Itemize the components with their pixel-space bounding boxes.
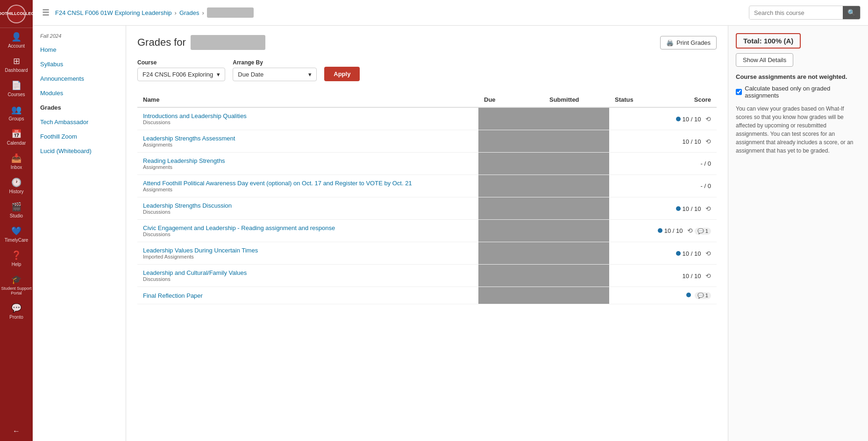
score-cell: 10 / 10 ⟲	[647, 265, 717, 287]
score-dot	[676, 251, 681, 256]
score-cell: - / 0	[647, 153, 717, 175]
resubmit-icon[interactable]: ⟲	[687, 227, 693, 234]
course-nav: Fall 2024 Home Syllabus Announcements Mo…	[33, 26, 126, 441]
resubmit-icon[interactable]: ⟲	[705, 272, 711, 280]
breadcrumb-sep2: ›	[202, 9, 204, 16]
help-icon: ❓	[11, 250, 21, 260]
sidebar-item-courses[interactable]: 📄 Courses	[0, 77, 33, 101]
resubmit-icon[interactable]: ⟲	[705, 205, 711, 212]
sidebar-item-label: Student Support Portal	[0, 286, 33, 295]
nav-item-announcements[interactable]: Announcements	[33, 71, 126, 86]
due-cell	[478, 175, 544, 197]
sidebar-item-studio[interactable]: 🎬 Studio	[0, 198, 33, 222]
due-cell	[478, 242, 544, 265]
comment-badge[interactable]: 💬 1	[695, 292, 711, 299]
sidebar-item-pronto[interactable]: 💬 Pronto	[0, 299, 33, 323]
table-row: Leadership Values During Uncertain Times…	[137, 242, 717, 265]
logo-mark: FOOTHILL COLLEGE	[7, 5, 26, 23]
breadcrumb-course[interactable]: F24 CNSL F006 01W Exploring Leadership	[55, 9, 172, 16]
grades-table: Name Due Submitted Status Score Introduc…	[137, 92, 717, 304]
search-box[interactable]: 🔍	[749, 6, 861, 20]
assignment-type: Imported Assignments	[143, 254, 473, 259]
sidebar-item-account[interactable]: 👤 Account	[0, 28, 33, 52]
col-score: Score	[647, 92, 717, 107]
assignment-name[interactable]: Final Reflection Paper	[143, 292, 473, 299]
nav-item-grades[interactable]: Grades	[33, 100, 126, 115]
show-details-button[interactable]: Show All Details	[736, 53, 793, 67]
resubmit-icon[interactable]: ⟲	[705, 138, 711, 145]
calendar-icon: 📅	[11, 129, 21, 139]
due-cell	[478, 107, 544, 130]
sidebar-item-student-support[interactable]: 🎓 Student Support Portal	[0, 271, 33, 299]
col-due: Due	[478, 92, 544, 107]
student-support-icon: 🎓	[11, 274, 21, 285]
score-value: 10 / 10	[664, 227, 683, 234]
assignment-name[interactable]: Civic Engagement and Leadership - Readin…	[143, 224, 473, 231]
search-button[interactable]: 🔍	[843, 6, 860, 19]
assignment-name[interactable]: Attend Foothill Political Awareness Day …	[143, 180, 473, 187]
sidebar-item-inbox[interactable]: 📥 Inbox	[0, 149, 33, 174]
assignment-type: Assignments	[143, 164, 473, 170]
resubmit-icon[interactable]: ⟲	[705, 115, 711, 123]
submitted-cell	[544, 197, 609, 220]
sidebar-item-help[interactable]: ❓ Help	[0, 246, 33, 271]
nav-item-lucid[interactable]: Lucid (Whiteboard)	[33, 144, 126, 158]
table-row: Attend Foothill Political Awareness Day …	[137, 175, 717, 197]
sidebar-item-timelycare[interactable]: 💙 TimelyCare	[0, 222, 33, 246]
course-select[interactable]: F24 CNSL F006 Exploring ▾	[137, 68, 225, 81]
sidebar-item-label: TimelyCare	[5, 238, 28, 243]
nav-item-home[interactable]: Home	[33, 42, 126, 57]
nav-item-syllabus[interactable]: Syllabus	[33, 57, 126, 71]
not-weighted-label: Course assignments are not weighted.	[736, 73, 861, 80]
sidebar-item-groups[interactable]: 👥 Groups	[0, 101, 33, 125]
score-cell: 10 / 10 ⟲	[647, 242, 717, 265]
apply-button[interactable]: Apply	[324, 67, 360, 81]
grades-header: Grades for 🖨️ Print Grades	[137, 35, 717, 50]
arrange-by-select[interactable]: Due Date ▾	[233, 68, 317, 81]
breadcrumb-grades[interactable]: Grades	[179, 9, 199, 16]
dashboard-icon: ⊞	[13, 56, 20, 66]
search-input[interactable]	[749, 7, 843, 19]
submitted-cell	[544, 153, 609, 175]
nav-item-tech-ambassador[interactable]: Tech Ambassador	[33, 115, 126, 129]
semester-label: Fall 2024	[33, 31, 126, 42]
nav-item-foothill-zoom[interactable]: Foothill Zoom	[33, 129, 126, 144]
main-area: ☰ F24 CNSL F006 01W Exploring Leadership…	[33, 0, 868, 441]
menu-button[interactable]: ☰	[40, 6, 51, 20]
print-button[interactable]: 🖨️ Print Grades	[660, 36, 717, 49]
assignment-name[interactable]: Reading Leadership Strengths	[143, 157, 473, 164]
sidebar-item-dashboard[interactable]: ⊞ Dashboard	[0, 52, 33, 77]
due-cell	[478, 220, 544, 242]
assignment-name[interactable]: Leadership Strengths Assessment	[143, 135, 473, 142]
course-select-value: F24 CNSL F006 Exploring	[142, 71, 213, 78]
resubmit-icon[interactable]: ⟲	[705, 250, 711, 257]
collapse-button[interactable]: ←	[0, 421, 33, 441]
sidebar-item-calendar[interactable]: 📅 Calendar	[0, 125, 33, 149]
right-panel: Total: 100% (A) Show All Details Course …	[728, 26, 868, 441]
submitted-cell	[544, 130, 609, 153]
account-icon: 👤	[11, 32, 21, 42]
col-submitted: Submitted	[544, 92, 609, 107]
pronto-icon: 💬	[11, 303, 21, 313]
sidebar-item-label: Account	[8, 43, 25, 49]
score-cell: 💬 1	[647, 287, 717, 304]
status-cell	[609, 107, 647, 130]
assignment-name[interactable]: Leadership and Cultural/Family Values	[143, 269, 473, 276]
submitted-cell	[544, 107, 609, 130]
topbar: ☰ F24 CNSL F006 01W Exploring Leadership…	[33, 0, 868, 26]
nav-item-modules[interactable]: Modules	[33, 86, 126, 100]
assignment-name[interactable]: Leadership Strengths Discussion	[143, 202, 473, 209]
sidebar-item-label: Studio	[10, 213, 23, 218]
sidebar-item-label: Courses	[7, 92, 25, 97]
comment-badge[interactable]: 💬 1	[695, 228, 711, 235]
assignment-name[interactable]: Leadership Values During Uncertain Times	[143, 247, 473, 254]
score-dot	[686, 293, 691, 297]
sidebar-item-history[interactable]: 🕐 History	[0, 174, 33, 198]
arrange-by-filter-group: Arrange By Due Date ▾	[233, 59, 317, 81]
col-name: Name	[137, 92, 478, 107]
score-value: 10 / 10	[683, 250, 701, 257]
graded-only-checkbox[interactable]	[736, 89, 742, 95]
assignment-type: Discussions	[143, 119, 473, 125]
status-cell	[609, 153, 647, 175]
assignment-name[interactable]: Introductions and Leadership Qualities	[143, 112, 473, 119]
